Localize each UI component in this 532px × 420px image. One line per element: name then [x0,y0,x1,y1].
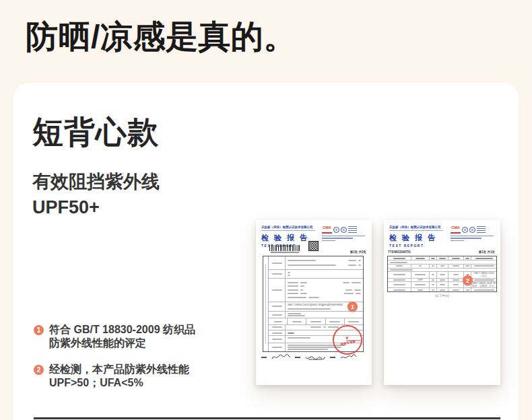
page-title: 防晒/凉感是真的。 [26,18,296,57]
cnas-logo-icon [341,227,347,233]
report-2-marks: CMA [451,225,496,242]
text-line [328,326,339,328]
text-line [477,228,486,229]
text-line [415,258,425,259]
product-claim: 有效阻挡紫外线UPF50+ [32,169,160,220]
report-2-callout-badge: 2 [463,275,473,285]
note-1-text: 符合 GB/T 18830-2009 纺织品防紫外线性能的评定 [49,323,195,350]
text-line [274,321,282,322]
text-line [432,265,434,267]
text-line [475,258,493,259]
text-line [323,326,326,328]
table-row [269,270,363,279]
table-row [269,279,363,302]
text-line [272,347,282,348]
text-line [348,265,356,266]
method-ref-2: GB/T 18830-2009 优等品、合格品（3.2） [471,282,496,287]
text-line [393,289,405,291]
note-1-line-1: 符合 GB/T 18830-2009 纺织品 [49,324,195,335]
text-line [288,265,336,266]
text-line [288,297,306,298]
text-line [466,289,469,291]
signature-icon [304,353,326,361]
text-line [440,284,445,285]
text-line [439,258,446,259]
text-line [390,262,407,263]
stamp-star: ★ [344,335,350,341]
text-line [440,279,445,281]
signature-icon [271,353,291,361]
text-line [432,279,434,281]
text-line [432,274,434,275]
text-line [453,274,459,275]
accreditation-logos: CMA [322,225,368,234]
note-2-text: 经检测，本产品防紫外线性能UPF>50；UFA<5% [49,363,189,390]
text-line [348,230,357,231]
cma-logo-icon: CMA [451,225,461,234]
text-line [451,240,464,241]
text-line [272,339,282,340]
text-line [390,269,413,271]
text-line [432,284,434,285]
text-line [440,265,444,267]
text-line [288,347,341,348]
text-line [322,240,335,241]
text-line [432,289,434,291]
blank-below-note: (以下空白) [384,294,500,298]
text-line [308,297,319,298]
signature-row [261,353,368,361]
text-line [272,289,282,291]
text-line [261,357,267,358]
lab-company-name: 天纺标（深圳）检测认证技术有限公司 [261,225,319,229]
text-line [288,349,328,350]
test-report-document-1: 天纺标（深圳）检测认证技术有限公司 检 验 报 告 TEST REPORT CM… [256,220,372,385]
text-line [265,264,267,345]
text-line [322,238,353,238]
cnas-logo-icon [469,227,475,233]
signature-icon [339,353,357,361]
text-line [300,285,304,287]
text-line [453,289,459,291]
text-line [396,265,403,267]
text-line [393,284,405,285]
text-line [354,289,361,291]
report-1-marks: CMA [322,225,368,242]
text-line [310,321,321,322]
text-line [440,274,445,275]
text-line [453,279,459,281]
text-line [465,258,469,259]
claim-line-1: 有效阻挡紫外线 [32,172,160,192]
text-line [310,326,321,328]
text-line [329,321,340,322]
text-line [474,279,494,281]
text-line [272,262,282,264]
text-line [393,279,405,281]
text-line [330,357,335,358]
report-2-number: TTS/W23306751 [388,250,411,254]
text-line [288,337,310,339]
cert-number-block [348,226,357,233]
certification-notes: 1 符合 GB/T 18830-2009 纺织品防紫外线性能的评定 2 经检测，… [34,323,249,403]
method-ref: GB/T 18830-2009（3.2） [471,272,496,277]
text-line [272,326,282,328]
report-2-page-info: 第1页 共1页 [479,250,495,254]
report-2-results-table: GB/T 18830-2009（3.2） UPF [387,256,497,292]
text-line [348,232,357,233]
text-line [474,289,494,291]
text-line [477,230,486,231]
lab-company-name-en [389,230,443,232]
text-line [295,357,300,358]
text-line [440,289,445,291]
text-line [288,308,331,310]
result-row-uv2: GB/T 18830-2009 优等品、合格品（3.2） [388,282,496,288]
text-line [393,274,405,275]
text-line [322,236,365,236]
text-line [272,306,282,307]
text-line [431,258,435,259]
text-line [288,285,298,287]
text-line [348,321,359,322]
cma-logo-icon: CMA [322,225,332,234]
text-line [418,289,423,291]
table-row [269,256,363,270]
note-1-badge: 1 [34,325,44,335]
